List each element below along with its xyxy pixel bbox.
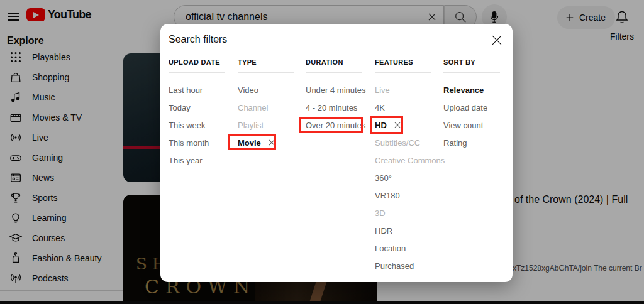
column-divider — [443, 72, 500, 73]
filter-option-hdr[interactable]: HDR — [375, 222, 440, 239]
filter-option-this-week[interactable]: This week — [169, 116, 234, 134]
filter-column-sort-by: SORT BY Relevance Upload date View count… — [443, 58, 509, 151]
filter-option-vr180[interactable]: VR180 — [375, 187, 440, 204]
filter-option-under-4-minutes[interactable]: Under 4 minutes — [306, 81, 371, 99]
filter-option-last-hour[interactable]: Last hour — [169, 81, 234, 99]
sort-option-upload-date[interactable]: Upload date — [443, 99, 509, 116]
filter-option-creative-commons: Creative Commons — [375, 151, 440, 169]
filter-option-over-20-minutes[interactable]: Over 20 minutes — [306, 116, 371, 134]
filter-option-hd-selected[interactable]: HD — [375, 116, 440, 134]
remove-hd-filter-icon[interactable] — [393, 121, 402, 129]
filter-option-location[interactable]: Location — [375, 239, 440, 257]
filter-option-4k[interactable]: 4K — [375, 99, 440, 116]
filter-option-this-month[interactable]: This month — [169, 134, 234, 151]
sort-option-relevance-selected[interactable]: Relevance — [443, 81, 509, 99]
filter-option-subtitles-cc: Subtitles/CC — [375, 134, 440, 151]
column-header: SORT BY — [443, 58, 509, 67]
filter-option-playlist: Playlist — [238, 116, 303, 134]
filter-option-this-year[interactable]: This year — [169, 151, 234, 169]
filter-option-movie-selected[interactable]: Movie — [238, 134, 303, 151]
filter-option-3d: 3D — [375, 204, 440, 222]
search-filters-dialog: Search filters UPLOAD DATE Last hour Tod… — [160, 24, 513, 282]
column-divider — [169, 72, 225, 73]
filter-option-channel: Channel — [238, 99, 303, 116]
filter-option-label: HD — [375, 121, 387, 130]
filter-option-4-20-minutes[interactable]: 4 - 20 minutes — [306, 99, 371, 116]
column-header: DURATION — [306, 58, 371, 67]
filter-column-upload-date: UPLOAD DATE Last hour Today This week Th… — [169, 58, 234, 169]
filter-column-duration: DURATION Under 4 minutes 4 - 20 minutes … — [306, 58, 371, 134]
dialog-title: Search filters — [169, 34, 227, 45]
filter-option-video[interactable]: Video — [238, 81, 303, 99]
column-header: TYPE — [238, 58, 303, 67]
sort-option-rating[interactable]: Rating — [443, 134, 509, 151]
filter-column-features: FEATURES Live 4K HD Subtitles/CC Creativ… — [375, 58, 440, 274]
filter-option-label: Movie — [238, 138, 261, 148]
filter-column-type: TYPE Video Channel Playlist Movie — [238, 58, 303, 151]
column-divider — [306, 72, 362, 73]
column-divider — [238, 72, 294, 73]
close-icon — [490, 33, 504, 47]
column-divider — [375, 72, 431, 73]
column-header: UPLOAD DATE — [169, 58, 234, 67]
sort-option-view-count[interactable]: View count — [443, 116, 509, 134]
filter-option-live: Live — [375, 81, 440, 99]
close-dialog-button[interactable] — [490, 33, 504, 47]
filter-option-360[interactable]: 360° — [375, 169, 440, 187]
remove-movie-filter-icon[interactable] — [267, 138, 276, 147]
filter-option-purchased[interactable]: Purchased — [375, 257, 440, 274]
filter-option-today[interactable]: Today — [169, 99, 234, 116]
column-header: FEATURES — [375, 58, 440, 67]
